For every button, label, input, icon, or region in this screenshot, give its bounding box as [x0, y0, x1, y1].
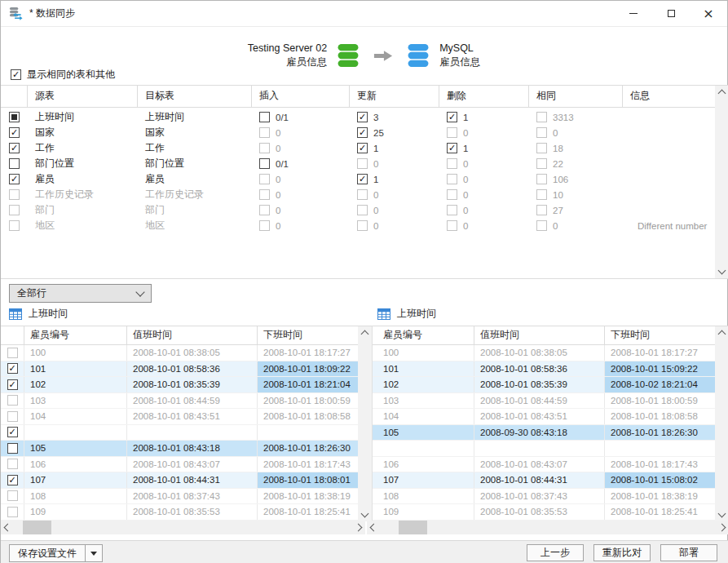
scroll-right-icon[interactable] — [718, 524, 726, 532]
table-sync-checkbox[interactable] — [9, 112, 20, 122]
off-duty-time-cell[interactable]: 2008-10-01 15:08:02 — [605, 472, 716, 488]
target-grid-row[interactable]: 1092008-10-01 08:35:532008-10-01 18:25:4… — [373, 504, 728, 521]
off-duty-time-cell[interactable]: 2008-10-01 18:17:27 — [605, 345, 716, 361]
off-duty-time-cell[interactable]: 2008-10-01 18:26:30 — [605, 425, 716, 441]
employee-id-cell[interactable]: 106 — [24, 457, 127, 472]
off-duty-time-cell[interactable] — [258, 425, 358, 441]
record-sync-checkbox[interactable] — [7, 363, 18, 374]
duty-time-cell[interactable]: 2008-10-01 08:35:39 — [474, 377, 605, 392]
scroll-up-icon[interactable] — [361, 330, 369, 339]
employee-id-column-header[interactable]: 雇员编号 — [373, 326, 474, 344]
employee-id-cell[interactable]: 102 — [24, 377, 127, 392]
off-duty-time-cell[interactable]: 2008-10-01 15:09:22 — [605, 361, 716, 377]
record-sync-checkbox[interactable] — [7, 427, 18, 437]
employee-id-cell[interactable]: 102 — [373, 377, 474, 392]
source-grid-horizontal-scrollbar[interactable] — [1, 521, 365, 534]
column-header-insert[interactable]: 插入 — [252, 86, 350, 107]
source-grid-vertical-scrollbar[interactable] — [358, 326, 372, 521]
target-grid-row[interactable]: 1022008-10-01 08:35:392008-10-02 18:21:0… — [373, 377, 728, 393]
target-grid-vertical-scrollbar[interactable] — [715, 326, 728, 521]
duty-time-cell[interactable] — [474, 441, 605, 456]
scroll-left-icon[interactable] — [370, 524, 378, 532]
employee-id-cell[interactable]: 105 — [373, 425, 474, 441]
table-sync-checkbox[interactable] — [9, 174, 20, 184]
scroll-left-icon[interactable] — [4, 524, 12, 532]
previous-button[interactable]: 上一步 — [527, 544, 584, 561]
employee-id-cell[interactable]: 104 — [24, 409, 127, 424]
off-duty-time-cell[interactable]: 2008-10-01 18:08:58 — [258, 409, 358, 424]
duty-time-cell[interactable]: 2008-10-01 08:43:51 — [474, 409, 605, 424]
duty-time-cell[interactable]: 2008-10-01 08:43:51 — [127, 409, 258, 424]
scroll-down-icon[interactable] — [718, 267, 726, 275]
off-duty-time-cell[interactable]: 2008-10-01 18:38:19 — [258, 489, 358, 504]
scroll-right-icon[interactable] — [355, 524, 363, 532]
off-duty-time-cell[interactable]: 2008-10-01 18:17:27 — [258, 345, 358, 361]
comparison-table-row[interactable]: 工作工作01118 — [1, 140, 728, 156]
off-duty-time-cell[interactable]: 2008-10-01 18:38:19 — [605, 489, 716, 504]
employee-id-cell[interactable]: 104 — [373, 409, 474, 424]
insert-checkbox[interactable] — [259, 112, 270, 122]
off-duty-time-cell[interactable]: 2008-10-01 18:17:43 — [605, 457, 716, 472]
delete-checkbox[interactable] — [447, 143, 457, 153]
column-header-delete[interactable]: 删除 — [439, 86, 529, 107]
duty-time-cell[interactable]: 2008-10-01 08:44:59 — [127, 393, 258, 409]
target-grid-horizontal-scrollbar[interactable] — [367, 521, 728, 534]
close-button[interactable]: × — [690, 1, 727, 26]
target-grid-row[interactable]: 1002008-10-01 08:38:052008-10-01 18:17:2… — [373, 345, 728, 361]
comparison-table-row[interactable]: 地区地区0000Different number — [1, 218, 728, 233]
employee-id-cell[interactable]: 105 — [24, 441, 127, 456]
table-sync-checkbox[interactable] — [9, 143, 20, 153]
target-grid-row[interactable]: 1052008-09-30 08:43:182008-10-01 18:26:3… — [373, 425, 728, 441]
duty-time-cell[interactable]: 2008-10-01 08:38:05 — [474, 345, 605, 361]
table-sync-checkbox[interactable] — [9, 127, 20, 138]
recompare-button[interactable]: 重新比对 — [593, 544, 651, 561]
show-identical-checkbox[interactable] — [11, 69, 21, 80]
comparison-table-row[interactable]: 上班时间上班时间0/1313313 — [1, 109, 728, 125]
employee-id-cell[interactable]: 107 — [24, 472, 127, 488]
target-grid-row[interactable]: 1062008-10-01 08:43:072008-10-01 18:17:4… — [373, 457, 728, 473]
off-duty-time-column-header[interactable]: 下班时间 — [605, 326, 716, 344]
table-sync-checkbox[interactable] — [9, 158, 20, 169]
source-grid-row[interactable] — [1, 425, 372, 441]
record-sync-checkbox[interactable] — [7, 443, 18, 454]
update-checkbox[interactable] — [357, 127, 368, 138]
duty-time-cell[interactable]: 2008-10-01 08:44:31 — [474, 472, 605, 488]
deploy-button[interactable]: 部署 — [660, 544, 717, 561]
duty-time-cell[interactable]: 2008-10-01 08:35:53 — [474, 504, 605, 520]
scrollbar-thumb[interactable] — [23, 521, 51, 534]
duty-time-cell[interactable]: 2008-10-01 08:38:05 — [127, 345, 258, 361]
employee-id-cell[interactable] — [24, 425, 127, 441]
column-header-target-table[interactable]: 目标表 — [138, 86, 252, 107]
employee-id-cell[interactable]: 107 — [373, 472, 474, 488]
source-grid-row[interactable]: 1082008-10-01 08:37:432008-10-01 18:38:1… — [1, 489, 372, 505]
update-checkbox[interactable] — [357, 112, 368, 122]
target-grid-row[interactable]: 1012008-10-01 08:58:362008-10-01 15:09:2… — [373, 361, 728, 378]
off-duty-time-cell[interactable]: 2008-10-01 18:00:59 — [605, 393, 716, 409]
duty-time-cell[interactable]: 2008-10-01 08:35:39 — [127, 377, 258, 392]
employee-id-cell[interactable] — [373, 441, 474, 456]
comparison-table-row[interactable]: 部门部门00027 — [1, 202, 728, 218]
employee-id-cell[interactable]: 101 — [24, 361, 127, 377]
off-duty-time-cell[interactable]: 2008-10-01 18:21:04 — [258, 377, 358, 392]
column-header-update[interactable]: 更新 — [350, 86, 439, 107]
off-duty-time-cell[interactable]: 2008-10-01 18:08:01 — [258, 472, 358, 488]
duty-time-cell[interactable]: 2008-10-01 08:58:36 — [474, 361, 605, 377]
off-duty-time-cell[interactable]: 2008-10-01 18:26:30 — [258, 441, 358, 456]
duty-time-cell[interactable]: 2008-10-01 08:44:59 — [474, 393, 605, 409]
duty-time-cell[interactable]: 2008-10-01 08:43:07 — [127, 457, 258, 472]
off-duty-time-cell[interactable]: 2008-10-01 18:09:22 — [258, 361, 358, 377]
save-profile-dropdown[interactable] — [86, 545, 102, 561]
off-duty-time-cell[interactable]: 2008-10-01 18:08:58 — [605, 409, 716, 424]
column-header-source-table[interactable]: 源表 — [28, 86, 138, 107]
target-grid-row[interactable]: 1082008-10-01 08:37:432008-10-01 18:38:1… — [373, 489, 728, 505]
employee-id-cell[interactable]: 108 — [24, 489, 127, 504]
scroll-down-icon[interactable] — [718, 510, 726, 518]
employee-id-cell[interactable]: 108 — [373, 489, 474, 504]
column-header-info[interactable]: 信息 — [623, 86, 715, 107]
target-grid-row[interactable] — [373, 441, 728, 457]
target-grid-row[interactable]: 1042008-10-01 08:43:512008-10-01 18:08:5… — [373, 409, 728, 425]
duty-time-column-header[interactable]: 值班时间 — [127, 326, 258, 344]
update-checkbox[interactable] — [357, 143, 368, 153]
source-grid-row[interactable]: 1002008-10-01 08:38:052008-10-01 18:17:2… — [1, 345, 372, 361]
comparison-table-row[interactable]: 工作历史记录工作历史记录00010 — [1, 187, 728, 202]
